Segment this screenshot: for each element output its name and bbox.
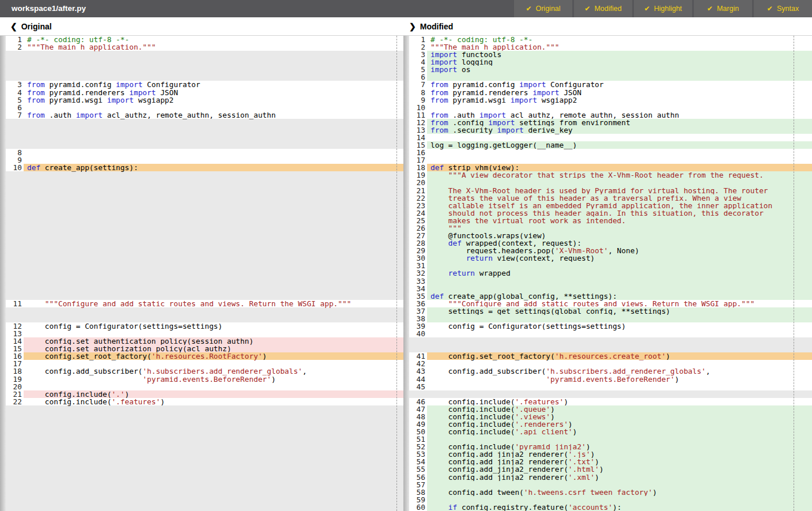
toggle-syntax-button[interactable]: ✔ Syntax xyxy=(754,0,812,17)
filler-row xyxy=(0,51,403,58)
code-text xyxy=(24,413,403,420)
code-row: 22 config.include('.features') xyxy=(0,398,403,405)
toggle-margin-button[interactable]: ✔ Margin xyxy=(694,0,752,17)
code-text: config.include('.api_client') xyxy=(427,428,812,435)
toggle-modified-label: Modified xyxy=(594,5,621,13)
code-row: 60 if config.registry.feature('accounts'… xyxy=(403,504,812,511)
code-row: 19 """A view decorator that strips the X… xyxy=(403,171,812,179)
line-number: 4 xyxy=(6,89,24,96)
code-row: 10def create_app(settings): xyxy=(0,164,403,171)
code-row: 2"""The main h application.""" xyxy=(0,43,403,51)
code-text: config.add_jinja2_renderer('.xml') xyxy=(427,474,812,481)
line-number xyxy=(6,239,24,247)
line-number xyxy=(6,194,24,202)
line-number: 22 xyxy=(409,194,427,202)
code-text xyxy=(427,337,812,345)
filler-row xyxy=(0,450,403,458)
line-number: 19 xyxy=(6,375,24,383)
code-text: config.add_tween('h.tweens.csrf_tween_fa… xyxy=(427,489,812,496)
code-text xyxy=(24,209,403,217)
line-number xyxy=(6,119,24,126)
line-number xyxy=(6,262,24,269)
filler-row xyxy=(0,187,403,194)
check-icon: ✔ xyxy=(526,5,531,13)
toggle-highlight-button[interactable]: ✔ Highlight xyxy=(634,0,692,17)
line-number xyxy=(6,126,24,134)
filler-row xyxy=(0,435,403,443)
filler-row xyxy=(0,239,403,247)
code-text: log = logging.getLogger(__name__) xyxy=(427,141,812,149)
filler-row xyxy=(0,458,403,465)
line-number: 21 xyxy=(6,390,24,398)
toggle-modified-button[interactable]: ✔ Modified xyxy=(574,0,632,17)
toggle-highlight-label: Highlight xyxy=(654,5,682,13)
pane-modified[interactable]: 1# -*- coding: utf-8 -*-2"""The main h a… xyxy=(403,36,812,511)
code-text xyxy=(24,171,403,179)
code-text xyxy=(24,194,403,202)
line-number xyxy=(6,179,24,186)
code-text xyxy=(24,232,403,239)
code-text xyxy=(24,179,403,186)
toggle-original-button[interactable]: ✔ Original xyxy=(514,0,572,17)
filler-row xyxy=(0,209,403,217)
line-number: 56 xyxy=(409,474,427,481)
code-row: 16 config.set_root_factory('h.resources.… xyxy=(0,352,403,360)
filler-row xyxy=(0,481,403,489)
code-row: 30 return view(context, request) xyxy=(403,254,812,262)
code-text xyxy=(427,149,812,156)
code-row: 5import os xyxy=(403,66,812,73)
filler-row xyxy=(0,420,403,428)
line-number: 45 xyxy=(409,383,427,390)
code-row: 25 makes the virtual root work as intend… xyxy=(403,217,812,224)
line-number xyxy=(6,202,24,209)
line-number xyxy=(6,496,24,504)
line-number xyxy=(6,504,24,511)
code-text xyxy=(427,277,812,285)
check-icon: ✔ xyxy=(767,5,773,13)
filler-row xyxy=(0,58,403,66)
filler-row xyxy=(0,171,403,179)
filler-row xyxy=(0,134,403,141)
diff-view: 1# -*- coding: utf-8 -*-2"""The main h a… xyxy=(0,36,812,511)
code-text xyxy=(24,307,403,315)
line-number: 11 xyxy=(6,300,24,307)
filler-row xyxy=(0,217,403,224)
filler-row xyxy=(0,405,403,413)
pane-original[interactable]: 1# -*- coding: utf-8 -*-2"""The main h a… xyxy=(0,36,403,511)
code-text xyxy=(427,330,812,337)
line-number: 38 xyxy=(409,315,427,322)
line-number: 57 xyxy=(409,481,427,489)
line-number xyxy=(6,58,24,66)
toggle-syntax-label: Syntax xyxy=(777,5,799,13)
code-text: """Configure and add static routes and v… xyxy=(24,300,403,307)
line-number xyxy=(6,450,24,458)
code-text xyxy=(24,285,403,292)
gutter-strip xyxy=(403,36,409,511)
filler-row xyxy=(0,262,403,269)
filler-row xyxy=(0,179,403,186)
code-row: 9from pyramid.wsgi import wsgiapp2 xyxy=(403,96,812,104)
chevron-right-icon: ❯ xyxy=(409,22,416,31)
line-number xyxy=(6,209,24,217)
toggle-margin-label: Margin xyxy=(717,5,739,13)
code-text xyxy=(24,481,403,489)
line-number: 22 xyxy=(6,398,24,405)
filler-row xyxy=(0,126,403,134)
code-text xyxy=(24,450,403,458)
line-number: 10 xyxy=(6,164,24,171)
line-number xyxy=(6,481,24,489)
code-text xyxy=(24,217,403,224)
code-row: 7from .auth import acl_authz, remote_aut… xyxy=(0,111,403,119)
line-number: 18 xyxy=(6,367,24,375)
line-number xyxy=(6,134,24,141)
line-number xyxy=(6,247,24,254)
filler-row xyxy=(0,496,403,504)
code-text xyxy=(24,224,403,232)
code-row: 41 config.set_root_factory('h.resources.… xyxy=(403,352,812,360)
code-text xyxy=(24,269,403,277)
code-row: 45 xyxy=(403,383,812,390)
filler-row xyxy=(0,119,403,126)
line-number xyxy=(6,292,24,300)
pane-header-modified: ❯ Modified xyxy=(403,17,812,35)
window-title: workspace1/after.py xyxy=(0,0,512,17)
